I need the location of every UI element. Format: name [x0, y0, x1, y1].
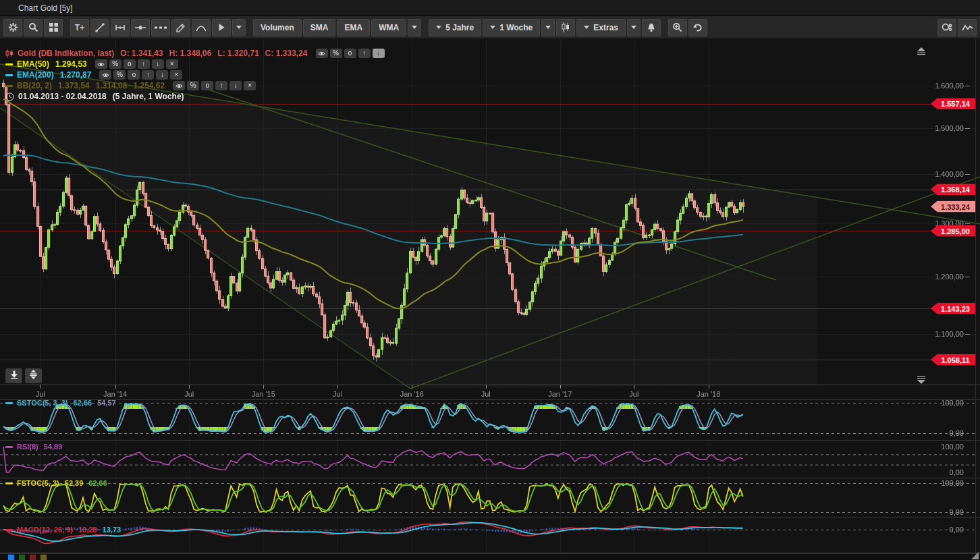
- date-range: 01.04.2013 - 02.04.2018: [18, 92, 107, 101]
- percent-button[interactable]: %: [109, 59, 121, 69]
- remove-button[interactable]: ×: [244, 81, 256, 90]
- chart-canvas[interactable]: [0, 39, 980, 560]
- resize-handle[interactable]: [971, 552, 979, 559]
- pencil-icon: [176, 23, 186, 32]
- wma-button[interactable]: WMA: [371, 19, 406, 36]
- extras-dropdown-button[interactable]: [627, 19, 641, 36]
- hline-tool-button[interactable]: [131, 19, 150, 36]
- time-axis-label: Jul: [481, 390, 491, 398]
- alert-price-badge[interactable]: 1.368,14: [931, 184, 975, 195]
- move-up-button[interactable]: ↑: [142, 70, 154, 80]
- move-up-button[interactable]: ↑: [138, 59, 150, 69]
- legend-row-gold: Gold (DB Indikation, last) O: 1.341,43 H…: [5, 48, 385, 59]
- circle-button[interactable]: o: [201, 81, 213, 90]
- move-down-button[interactable]: ↓: [156, 70, 168, 80]
- ema-button[interactable]: EMA: [337, 19, 370, 36]
- time-axis-label: Jul: [184, 390, 194, 398]
- segment-tool-button[interactable]: [151, 19, 170, 36]
- move-down-button[interactable]: ↓: [373, 49, 385, 58]
- bb-label: BB(20, 2): [17, 81, 52, 90]
- circle-button[interactable]: o: [124, 59, 136, 69]
- chart-legend: Gold (DB Indikation, last) O: 1.341,43 H…: [5, 48, 385, 102]
- visibility-button[interactable]: [95, 59, 107, 69]
- legend-row-ema200: EMA(200) 1.270,87 % o ↑ ↓ ×: [5, 69, 385, 80]
- series-name: Gold (DB Indikation, last): [18, 49, 114, 58]
- alert-price-badge[interactable]: 1.143,23: [931, 303, 975, 314]
- sma-button[interactable]: SMA: [303, 19, 336, 36]
- volumen-button[interactable]: Volumen: [253, 19, 302, 36]
- alert-button[interactable]: [642, 19, 661, 36]
- interval-select[interactable]: 1 Woche: [483, 19, 540, 36]
- chart-window: Chart Gold [5y] T+: [0, 0, 980, 560]
- interval-dropdown-button[interactable]: [541, 19, 555, 36]
- visibility-button[interactable]: [99, 70, 111, 80]
- percent-button[interactable]: %: [187, 81, 199, 90]
- alert-price-badge[interactable]: 1.058,11: [931, 354, 975, 366]
- move-down-button[interactable]: ↓: [229, 81, 242, 90]
- dotted-line-icon: [155, 25, 167, 30]
- macd-axis-label: 0,00: [950, 526, 964, 534]
- compare-button[interactable]: [937, 19, 956, 36]
- fibonacci-tool-button[interactable]: [111, 19, 130, 36]
- alert-price-badge[interactable]: 1.557,14: [931, 98, 975, 109]
- circle-button[interactable]: o: [344, 49, 356, 58]
- visibility-button[interactable]: [316, 49, 328, 58]
- percent-button[interactable]: %: [113, 70, 126, 80]
- current-price-badge: 1.333,24: [931, 201, 975, 213]
- panel-chip[interactable]: [8, 555, 14, 560]
- move-down-button[interactable]: ↓: [152, 59, 164, 69]
- panel-chip[interactable]: [19, 555, 25, 560]
- bb-lower-value: 1.254,62: [133, 81, 165, 90]
- sstoc-d-value: 54,57: [97, 399, 116, 407]
- range-select[interactable]: 5 Jahre: [429, 19, 481, 36]
- scale-scroll-up-button[interactable]: [915, 48, 927, 56]
- search-button[interactable]: [24, 19, 43, 36]
- undo-button[interactable]: [688, 19, 707, 36]
- tools-dropdown-button[interactable]: [232, 19, 246, 36]
- panel-chip[interactable]: [30, 555, 36, 560]
- rsi-value: 54,89: [44, 443, 63, 451]
- download-button[interactable]: [5, 368, 22, 383]
- triangle-down-icon: [916, 374, 927, 387]
- autoscale-button[interactable]: [25, 368, 42, 383]
- price-axis-tick: 1.100,00: [935, 330, 964, 338]
- legend-row-daterange: 01.04.2013 - 02.04.2018 (5 Jahre, 1 Woch…: [5, 91, 385, 102]
- percent-button[interactable]: %: [330, 49, 342, 58]
- text-tool-button[interactable]: T+: [70, 19, 89, 36]
- chart-type-button[interactable]: [556, 19, 575, 36]
- bb-swatch: [5, 85, 13, 87]
- fstoc-swatch: [5, 482, 13, 484]
- extras-select[interactable]: Extras: [576, 19, 626, 36]
- chevron-down-icon: [490, 26, 495, 29]
- ema50-swatch: [5, 63, 13, 65]
- pointer-tool-button[interactable]: [212, 19, 231, 36]
- zoom-button[interactable]: [668, 19, 687, 36]
- line-dot-icon: [135, 25, 146, 30]
- arc-tool-button[interactable]: [192, 19, 211, 36]
- chart-style-button[interactable]: [958, 19, 977, 36]
- chevron-down-icon: [545, 26, 551, 29]
- chevron-down-icon: [631, 26, 636, 29]
- scale-scroll-down-button[interactable]: [915, 376, 927, 385]
- remove-button[interactable]: ×: [166, 59, 178, 69]
- circle-button[interactable]: o: [128, 70, 140, 80]
- status-strip: [0, 553, 980, 560]
- remove-button[interactable]: ×: [170, 70, 182, 80]
- indicators-dropdown-button[interactable]: [408, 19, 421, 36]
- legend-row-bb: BB(20, 2) 1.373,54 1.314,08 1.254,62 % o…: [5, 80, 385, 91]
- layout-button[interactable]: [44, 19, 63, 36]
- close-value: C: 1.333,24: [265, 49, 308, 58]
- macd-label: MACD(12, 26, 9): [17, 526, 73, 534]
- draw-tool-button[interactable]: [171, 19, 190, 36]
- alert-price-badge[interactable]: 1.285,00: [931, 225, 975, 237]
- rsi-axis-label: 100,00: [941, 443, 964, 451]
- visibility-button[interactable]: [173, 81, 185, 90]
- settings-button[interactable]: [3, 19, 22, 36]
- gear-icon: [8, 22, 18, 32]
- play-icon: [218, 23, 225, 32]
- trendline-tool-button[interactable]: [90, 19, 109, 36]
- move-up-button[interactable]: ↑: [358, 49, 371, 58]
- ema200-value: 1.270,87: [60, 70, 92, 80]
- panel-chip[interactable]: [40, 555, 47, 560]
- move-up-button[interactable]: ↑: [215, 81, 227, 90]
